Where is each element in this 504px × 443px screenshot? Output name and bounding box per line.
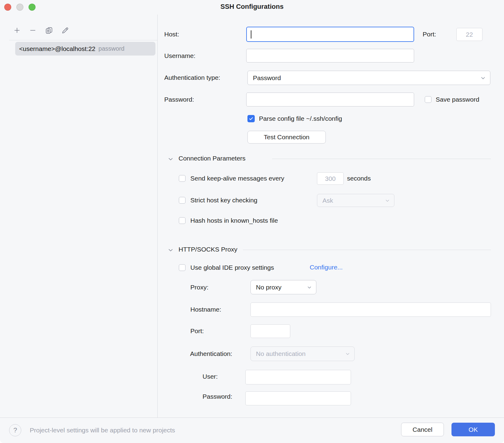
hash-hosts-label: Hash hosts in known_hosts file — [190, 217, 278, 225]
parse-config-label: Parse config file ~/.ssh/config — [259, 115, 342, 123]
proxy-type-value: No proxy — [256, 284, 281, 291]
authentication-type-label: Authentication type: — [164, 74, 220, 82]
password-label: Password: — [164, 96, 194, 103]
copy-button[interactable] — [44, 25, 54, 35]
ssh-config-auth-badge: password — [98, 45, 124, 52]
footer-hint: Project-level settings will be applied t… — [30, 427, 175, 434]
save-password-label: Save password — [436, 96, 479, 103]
ok-button[interactable]: OK — [451, 423, 495, 436]
keep-alive-seconds-input[interactable] — [317, 172, 344, 185]
strict-host-key-label: Strict host key checking — [190, 196, 257, 204]
chevron-down-icon — [345, 351, 351, 357]
ssh-config-list-item[interactable]: <username>@localhost:22 password — [15, 42, 155, 56]
port-label: Port: — [423, 30, 436, 38]
keep-alive-seconds-label: seconds — [347, 174, 371, 182]
save-password-checkbox[interactable] — [425, 96, 431, 103]
remove-button[interactable] — [28, 25, 38, 35]
use-global-proxy-label: Use global IDE proxy settings — [190, 264, 274, 272]
test-connection-button[interactable]: Test Connection — [247, 131, 326, 144]
proxy-type-label: Proxy: — [190, 283, 209, 291]
proxy-authentication-label: Authentication: — [190, 350, 232, 358]
proxy-port-label: Port: — [190, 327, 204, 335]
strict-host-key-select: Ask — [317, 194, 394, 207]
host-label: Host: — [164, 30, 179, 38]
copy-icon — [45, 26, 53, 35]
connection-parameters-title: Connection Parameters — [179, 155, 246, 162]
authentication-type-select[interactable]: Password — [247, 71, 490, 85]
username-input[interactable] — [246, 49, 414, 63]
plus-icon — [13, 26, 21, 34]
ssh-config-name: <username>@localhost:22 — [19, 45, 95, 52]
proxy-type-select[interactable]: No proxy — [250, 280, 316, 294]
check-icon — [248, 116, 254, 121]
parse-config-checkbox[interactable] — [247, 115, 255, 122]
proxy-password-label: Password: — [203, 393, 232, 401]
password-input[interactable] — [246, 93, 414, 107]
port-input[interactable] — [456, 28, 482, 41]
help-button[interactable]: ? — [9, 424, 21, 436]
proxy-authentication-value: No authentication — [256, 350, 305, 357]
minus-icon — [29, 26, 37, 34]
sidebar-toolbar-divider — [9, 40, 157, 40]
proxy-authentication-select: No authentication — [250, 347, 355, 361]
proxy-section-collapse-icon[interactable] — [167, 246, 174, 254]
edit-button[interactable] — [60, 25, 70, 35]
proxy-hostname-input[interactable] — [250, 303, 491, 317]
text-caret — [251, 30, 251, 39]
authentication-type-value: Password — [253, 74, 281, 82]
username-label: Username: — [164, 52, 196, 60]
chevron-down-icon — [384, 198, 390, 204]
hash-hosts-checkbox[interactable] — [179, 217, 186, 224]
use-global-proxy-checkbox[interactable] — [179, 264, 186, 271]
ssh-configurations-dialog: SSH Configurations — [0, 0, 504, 443]
strict-host-key-value: Ask — [322, 197, 333, 204]
chevron-down-icon — [306, 284, 312, 290]
proxy-port-input[interactable] — [250, 324, 290, 338]
keep-alive-checkbox[interactable] — [179, 175, 186, 182]
section-divider — [272, 159, 491, 159]
proxy-user-input[interactable] — [245, 370, 351, 384]
configure-proxy-link[interactable]: Configure... — [310, 264, 343, 271]
proxy-password-input[interactable] — [245, 391, 351, 405]
connection-parameters-collapse-icon[interactable] — [167, 155, 174, 163]
pencil-icon — [61, 26, 69, 35]
window-title: SSH Configurations — [0, 3, 504, 11]
chevron-down-icon — [480, 75, 486, 81]
sidebar-divider — [157, 15, 158, 418]
question-mark-icon: ? — [13, 426, 17, 434]
host-input[interactable] — [246, 27, 414, 42]
titlebar: SSH Configurations — [0, 0, 504, 15]
proxy-user-label: User: — [203, 373, 218, 380]
section-divider — [243, 250, 491, 250]
proxy-section-title: HTTP/SOCKS Proxy — [179, 246, 237, 253]
proxy-hostname-label: Hostname: — [190, 306, 221, 313]
keep-alive-label: Send keep-alive messages every — [190, 174, 284, 182]
strict-host-key-checkbox[interactable] — [179, 197, 186, 204]
cancel-button[interactable]: Cancel — [401, 423, 444, 436]
add-button[interactable] — [12, 25, 22, 35]
footer-divider — [0, 418, 504, 418]
